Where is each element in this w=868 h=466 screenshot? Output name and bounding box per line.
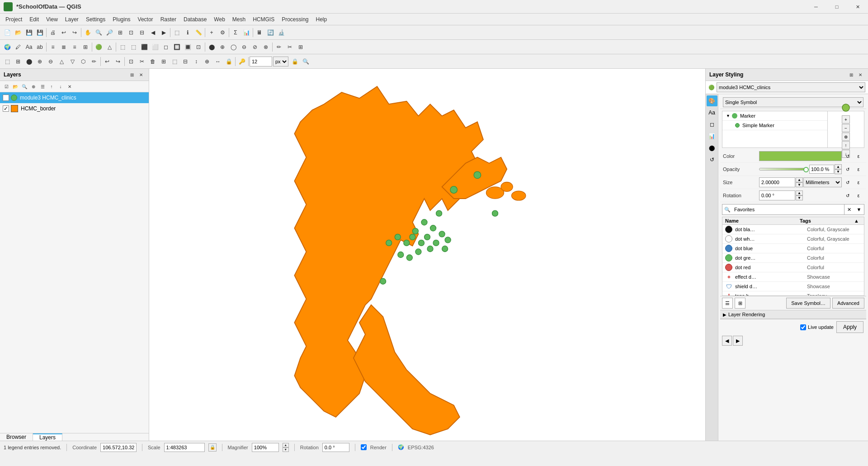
tb2-2[interactable]: 🖊	[13, 42, 24, 52]
menu-plugins[interactable]: Plugins	[109, 14, 134, 25]
opacity-slider[interactable]	[759, 168, 807, 171]
tb-select[interactable]: ⬚	[171, 27, 182, 38]
tb-measure[interactable]: 📏	[193, 27, 204, 38]
menu-settings[interactable]: Settings	[82, 14, 109, 25]
style-icon-mask[interactable]: ⬤	[707, 143, 717, 153]
tb3-13[interactable]: ✂	[137, 56, 147, 67]
rotation-spin-down[interactable]: ▼	[796, 195, 803, 200]
tb3-8[interactable]: ⬡	[78, 56, 89, 67]
tb2-3[interactable]: Aa	[24, 42, 34, 52]
menu-layer[interactable]: Layer	[61, 14, 82, 25]
tb2-9[interactable]: 🟢	[93, 42, 104, 52]
opacity-input[interactable]	[809, 165, 834, 174]
layers-tb-6[interactable]: ↑	[47, 82, 56, 91]
tb-field-calc[interactable]: 🖩	[254, 27, 265, 38]
tb-new[interactable]: 📄	[2, 27, 13, 38]
tb-zoom-layer[interactable]: ⊟	[137, 27, 147, 38]
tb3-3[interactable]: ⬤	[24, 56, 34, 67]
tb-print[interactable]: 🖨	[47, 27, 58, 38]
advanced-btn[interactable]: Advanced	[832, 298, 864, 309]
tb2-14[interactable]: ⬜	[150, 42, 160, 52]
opacity-thumb[interactable]	[803, 167, 809, 172]
tb2-10[interactable]: △	[104, 42, 115, 52]
layer-item-clinics[interactable]: ✓ module3 HCMC_clinics	[0, 92, 149, 103]
scale-input[interactable]	[164, 443, 205, 452]
magnifier-spin-down[interactable]: ▼	[283, 447, 289, 452]
tb3-lock[interactable]: 🔒	[289, 56, 300, 67]
layers-tb-5[interactable]: ☰	[38, 82, 47, 91]
rotation-expr-btn[interactable]: ε	[854, 190, 863, 200]
tb2-19[interactable]: ⬤	[206, 42, 217, 52]
layers-tb-2[interactable]: 📂	[11, 82, 20, 91]
tb3-18[interactable]: ↕	[191, 56, 202, 67]
tb3-7[interactable]: ▽	[67, 56, 78, 67]
tab-browser[interactable]: Browser	[0, 433, 33, 441]
layers-tb-4[interactable]: ⊕	[29, 82, 38, 91]
tb2-5[interactable]: ≡	[47, 42, 58, 52]
sym-item-shield[interactable]: 🛡 shield d… Showcase	[722, 282, 864, 291]
size-input[interactable]	[759, 177, 795, 187]
tb3-10[interactable]: ↩	[102, 56, 113, 67]
tb2-25[interactable]: ✏	[274, 42, 284, 52]
style-icon-history[interactable]: ↺	[707, 154, 717, 165]
styling-float-btn[interactable]: ⊞	[847, 71, 855, 79]
up-layer-btn[interactable]: ↑	[842, 141, 850, 149]
layers-tb-8[interactable]: ✕	[65, 82, 74, 91]
sym-grid-view-btn[interactable]: ⊞	[735, 298, 745, 309]
layer-checkbox-border[interactable]: ✓	[3, 105, 9, 112]
tb2-21[interactable]: ◯	[228, 42, 239, 52]
style-icon-label[interactable]: Aa	[707, 107, 717, 118]
tb2-17[interactable]: 🔳	[182, 42, 193, 52]
styling-close-btn[interactable]: ✕	[856, 71, 864, 79]
tb2-26[interactable]: ✂	[284, 42, 295, 52]
size-unit-select[interactable]: Millimeters	[803, 177, 842, 187]
coordinate-input[interactable]	[100, 443, 137, 452]
sym-item-dot-red[interactable]: dot red Colorful	[722, 263, 864, 272]
tb3-16[interactable]: ⬚	[169, 56, 180, 67]
menu-project[interactable]: Project	[2, 14, 26, 25]
size-expr-btn[interactable]: ε	[854, 177, 863, 187]
sym-scroll-arrow[interactable]: ▲	[854, 218, 861, 223]
opacity-expr-btn[interactable]: ε	[854, 164, 863, 174]
tb2-4[interactable]: ab	[34, 42, 45, 52]
menu-vector[interactable]: Vector	[134, 14, 157, 25]
tb2-18[interactable]: ⊡	[193, 42, 204, 52]
rotation-reset-btn[interactable]: ↺	[843, 190, 853, 200]
rotation-spin-up[interactable]: ▲	[796, 190, 803, 195]
tb-zoom-out[interactable]: 🔎	[104, 27, 115, 38]
tb2-23[interactable]: ⊘	[250, 42, 260, 52]
tb2-13[interactable]: ⬛	[139, 42, 150, 52]
opacity-reset-btn[interactable]: ↺	[843, 164, 853, 174]
symbol-simple-marker-row[interactable]: Simple Marker	[722, 121, 827, 130]
tb3-4[interactable]: ⊕	[34, 56, 45, 67]
menu-edit[interactable]: Edit	[26, 14, 42, 25]
tb3-6[interactable]: △	[56, 56, 67, 67]
tb3-14[interactable]: 🗑	[147, 56, 158, 67]
remove-layer-btn[interactable]: −	[842, 124, 850, 132]
minimize-button[interactable]: ─	[806, 0, 826, 14]
tb3-5[interactable]: ⊖	[45, 56, 56, 67]
sym-item-dot-green[interactable]: dot gre… Colorful	[722, 253, 864, 263]
tb-zoom-full[interactable]: ⊞	[115, 27, 126, 38]
menu-hcmgis[interactable]: HCMGIS	[249, 14, 278, 25]
sym-item-effect[interactable]: ✦ effect d… Showcase	[722, 272, 864, 282]
tb-save-as[interactable]: 💾	[34, 27, 45, 38]
tb-zoom-prev[interactable]: ◀	[147, 27, 158, 38]
font-size-input[interactable]	[250, 57, 272, 67]
rotation-status-input[interactable]	[322, 443, 349, 452]
layer-item-border[interactable]: ✓ HCMC_border	[0, 103, 149, 114]
menu-database[interactable]: Database	[180, 14, 210, 25]
tb-zoom-select[interactable]: ⊡	[126, 27, 137, 38]
tb-plugins2[interactable]: ⚙	[217, 27, 228, 38]
tb-open[interactable]: 📂	[13, 27, 24, 38]
menu-view[interactable]: View	[42, 14, 61, 25]
size-reset-btn[interactable]: ↺	[843, 177, 853, 187]
map-area[interactable]	[149, 69, 705, 441]
tb2-16[interactable]: 🔲	[171, 42, 182, 52]
tb2-24[interactable]: ⊗	[260, 42, 271, 52]
sym-item-dot-black[interactable]: dot bla… Colorful, Grayscale	[722, 225, 864, 234]
layer-rendering-section[interactable]: ▶ Layer Rendering	[720, 310, 866, 319]
menu-raster[interactable]: Raster	[157, 14, 180, 25]
sym-search-dropdown[interactable]: ▼	[854, 204, 864, 214]
tb-identify[interactable]: ℹ	[182, 27, 193, 38]
